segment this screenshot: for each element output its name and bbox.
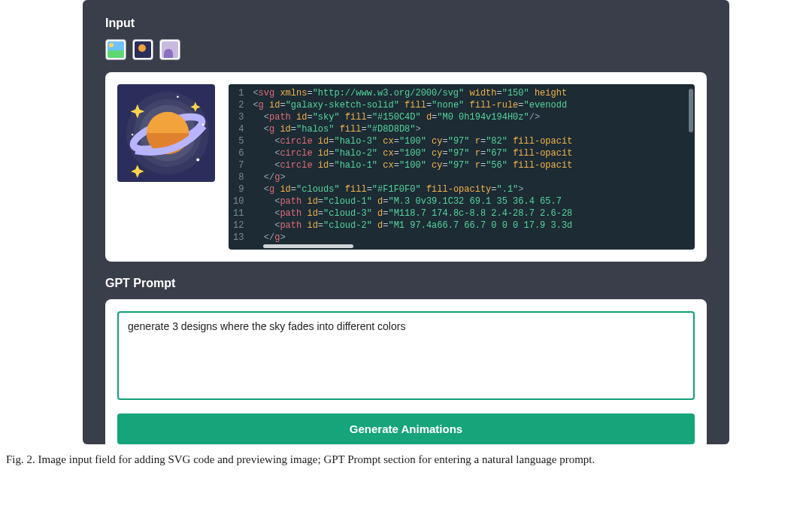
thumbnail-row <box>105 39 707 60</box>
prompt-card: Generate Animations <box>105 299 707 444</box>
galaxy-thumb-icon <box>135 41 151 58</box>
svg-point-6 <box>196 159 199 162</box>
scenery-thumb-icon <box>108 41 124 58</box>
scenery-thumbnail-button[interactable] <box>105 39 126 60</box>
generate-animations-button[interactable]: Generate Animations <box>117 413 695 444</box>
svg-point-9 <box>177 95 179 98</box>
gpt-prompt-label: GPT Prompt <box>105 277 707 290</box>
svg-code-editor[interactable]: 12345678910111213 <svg xmlns="http://www… <box>229 84 695 250</box>
code-lines[interactable]: <svg xmlns="http://www.w3.org/2000/svg" … <box>250 84 695 247</box>
svg-point-8 <box>202 123 205 126</box>
input-card: 12345678910111213 <svg xmlns="http://www… <box>105 72 707 262</box>
app-panel: Input <box>83 0 729 444</box>
person-thumb-icon <box>162 41 178 58</box>
svg-preview <box>117 84 215 182</box>
horizontal-scrollbar[interactable] <box>263 244 353 248</box>
galaxy-thumbnail-button[interactable] <box>132 39 153 60</box>
figure-caption: Fig. 2. Image input field for adding SVG… <box>0 453 812 466</box>
input-section-label: Input <box>105 17 707 30</box>
vertical-scrollbar[interactable] <box>689 89 693 132</box>
code-gutter: 12345678910111213 <box>229 84 250 247</box>
gpt-prompt-input[interactable] <box>117 311 695 400</box>
svg-point-7 <box>132 134 134 136</box>
person-thumbnail-button[interactable] <box>159 39 180 60</box>
galaxy-preview-image <box>117 84 215 182</box>
